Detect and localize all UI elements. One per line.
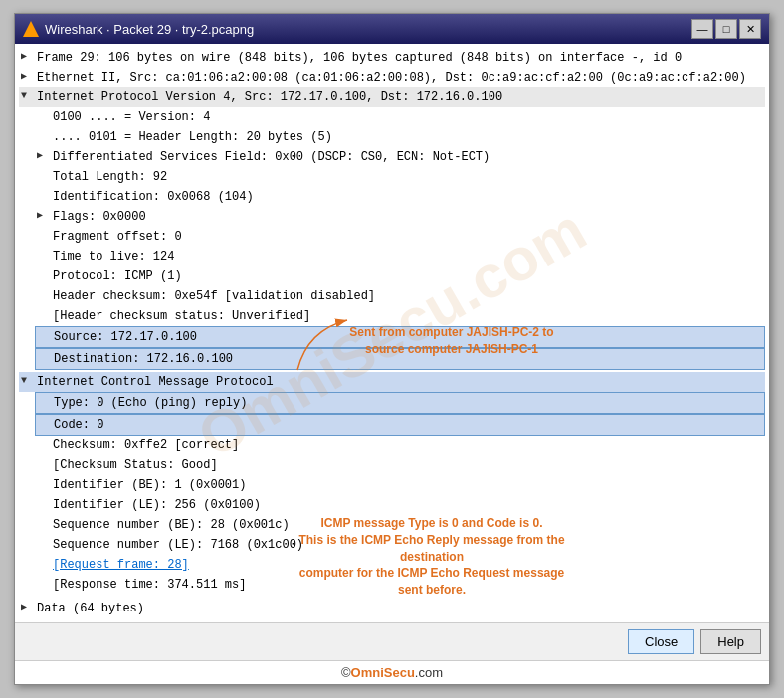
annotation-sent-from: Sent from computer JAJISH-PC-2 tosource … (337, 324, 566, 358)
tree-row[interactable]: ▶ Frame 29: 106 bytes on wire (848 bits)… (19, 48, 765, 68)
row-text: Identifier (LE): 256 (0x0100) (53, 496, 261, 514)
row-text: [Checksum Status: Good] (53, 456, 218, 474)
row-text: Internet Control Message Protocol (37, 373, 274, 391)
row-text: Data (64 bytes) (37, 600, 144, 617)
tree-row-data[interactable]: ▶ Data (64 bytes) (19, 599, 765, 618)
tree-row: Protocol: ICMP (1) (35, 266, 765, 286)
tree-row: Identification: 0x0068 (104) (35, 187, 765, 207)
row-text: Time to live: 124 (53, 248, 174, 265)
request-frame-link[interactable]: [Request frame: 28] (53, 556, 189, 574)
expander-icon[interactable]: ▼ (21, 373, 35, 388)
row-text: Ethernet II, Src: ca:01:06:a2:00:08 (ca:… (37, 69, 746, 87)
row-text: Identification: 0x0068 (104) (53, 188, 254, 206)
tree-row: [Header checksum status: Unverified] (35, 306, 765, 326)
maximize-button[interactable]: □ (715, 19, 737, 39)
tree-row: Identifier (LE): 256 (0x0100) (35, 495, 765, 515)
tree-row: [Checksum Status: Good] (35, 455, 765, 475)
tree-row: Total Length: 92 (35, 167, 765, 187)
window-controls: — □ ✕ (691, 19, 761, 39)
title-bar-left: Wireshark · Packet 29 · try-2.pcapng (23, 21, 254, 37)
tree-row[interactable]: ▶ Ethernet II, Src: ca:01:06:a2:00:08 (c… (19, 68, 765, 87)
row-text: Internet Protocol Version 4, Src: 172.17… (37, 88, 502, 106)
row-text: Frame 29: 106 bytes on wire (848 bits), … (37, 49, 682, 67)
row-text: Flags: 0x0000 (53, 208, 146, 226)
tree-row: .... 0101 = Header Length: 20 bytes (5) (35, 127, 765, 147)
row-text: Sequence number (LE): 7168 (0x1c00) (53, 536, 303, 554)
row-text: Identifier (BE): 1 (0x0001) (53, 476, 246, 494)
row-text: Checksum: 0xffe2 [correct] (53, 436, 239, 454)
tree-row: Checksum: 0xffe2 [correct] (35, 436, 765, 455)
row-text: Protocol: ICMP (1) (53, 267, 182, 285)
tree-row[interactable]: ▶ Differentiated Services Field: 0x00 (D… (35, 147, 765, 167)
tree-row-icmp-header[interactable]: ▼ Internet Control Message Protocol (19, 372, 765, 392)
tree-row: Header checksum: 0xe54f [validation disa… (35, 286, 765, 306)
close-button[interactable]: Close (628, 629, 694, 654)
expander-icon[interactable]: ▼ (21, 88, 35, 103)
row-text: Sequence number (BE): 28 (0x001c) (53, 516, 290, 534)
row-text: 0100 .... = Version: 4 (53, 108, 210, 126)
row-text: Source: 172.17.0.100 (54, 328, 197, 346)
row-text: [Header checksum status: Unverified] (53, 307, 310, 325)
row-text: Destination: 172.16.0.100 (54, 350, 233, 368)
row-text: Total Length: 92 (53, 168, 167, 186)
row-text: .... 0101 = Header Length: 20 bytes (5) (53, 128, 332, 146)
wireshark-window: Wireshark · Packet 29 · try-2.pcapng — □… (14, 13, 770, 685)
minimize-button[interactable]: — (691, 19, 713, 39)
packet-tree: ▶ Frame 29: 106 bytes on wire (848 bits)… (15, 48, 769, 618)
brand-name: OmniSecu (351, 665, 415, 680)
tree-row-ip[interactable]: ▼ Internet Protocol Version 4, Src: 172.… (19, 87, 765, 107)
wireshark-icon (23, 21, 39, 37)
tree-row-icmp-type: Type: 0 (Echo (ping) reply) (35, 392, 765, 414)
expander-icon[interactable]: ▶ (21, 600, 35, 614)
footer: ©OmniSecu.com (15, 660, 769, 684)
tree-row: Fragment offset: 0 (35, 227, 765, 247)
expander-icon[interactable]: ▶ (37, 148, 51, 163)
title-bar: Wireshark · Packet 29 · try-2.pcapng — □… (15, 14, 769, 44)
annotation-icmp: ICMP message Type is 0 and Code is 0.Thi… (288, 515, 576, 599)
row-text: Fragment offset: 0 (53, 228, 182, 246)
packet-detail-panel: OmniSecu.com ▶ Frame 29: 106 bytes on wi… (15, 44, 769, 622)
tree-row: Identifier (BE): 1 (0x0001) (35, 475, 765, 495)
tree-row: Time to live: 124 (35, 247, 765, 266)
expander-icon[interactable]: ▶ (21, 69, 35, 84)
row-text: Type: 0 (Echo (ping) reply) (54, 394, 247, 412)
row-text: Differentiated Services Field: 0x00 (DSC… (53, 148, 490, 166)
bottom-bar: Close Help (15, 622, 769, 660)
tree-row[interactable]: ▶ Flags: 0x0000 (35, 207, 765, 227)
tree-row-icmp-code: Code: 0 (35, 414, 765, 436)
expander-icon[interactable]: ▶ (21, 49, 35, 64)
row-text: Header checksum: 0xe54f [validation disa… (53, 287, 375, 305)
tree-row: 0100 .... = Version: 4 (35, 107, 765, 127)
window-title: Wireshark · Packet 29 · try-2.pcapng (45, 22, 254, 37)
help-button[interactable]: Help (700, 629, 761, 654)
row-text: [Response time: 374.511 ms] (53, 576, 246, 594)
expander-icon[interactable]: ▶ (37, 208, 51, 223)
window-close-button[interactable]: ✕ (739, 19, 761, 39)
row-text: Code: 0 (54, 416, 103, 434)
